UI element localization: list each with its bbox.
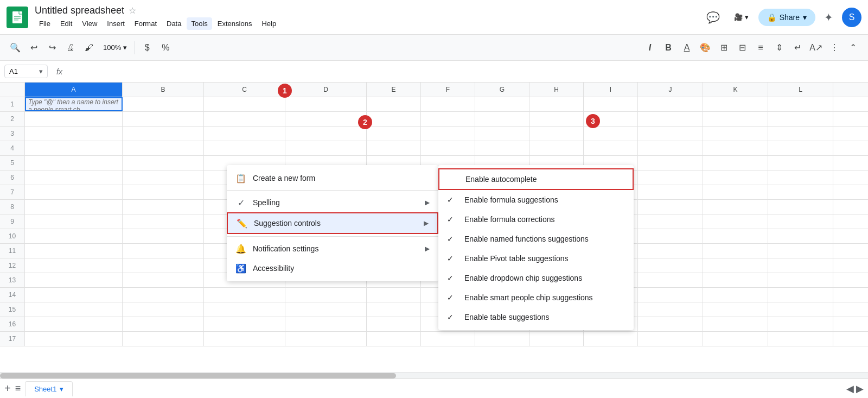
cell-ref-dropdown[interactable]: ▾	[39, 67, 43, 75]
star-icon[interactable]: ☆	[129, 5, 136, 16]
cell-h2[interactable]	[529, 112, 584, 126]
sheet1-label: Sheet1	[34, 385, 56, 393]
cell-b1[interactable]	[123, 97, 204, 111]
cell-f1[interactable]	[421, 97, 475, 111]
accessibility-option[interactable]: ♿ Accessibility	[227, 258, 438, 278]
cell-c2[interactable]	[204, 112, 285, 126]
gemini-button[interactable]: ✦	[820, 7, 838, 28]
menu-insert[interactable]: Insert	[103, 17, 129, 30]
scrollbar-thumb[interactable]	[0, 373, 396, 378]
paint-format-button[interactable]: 🖌	[80, 39, 98, 56]
cell-d2[interactable]	[285, 112, 367, 126]
cell-g1[interactable]	[475, 97, 529, 111]
menu-edit[interactable]: Edit	[56, 17, 76, 30]
enable-autocomplete-option[interactable]: ✓ Enable autocomplete	[438, 168, 634, 190]
enable-dropdown-chip-option[interactable]: ✓ Enable dropdown chip suggestions	[438, 268, 634, 288]
col-header-d[interactable]: D	[285, 83, 367, 97]
col-header-a[interactable]: A	[25, 83, 123, 97]
svg-rect-4	[14, 20, 18, 21]
borders-button[interactable]: ⊞	[715, 39, 732, 56]
horizontal-scrollbar[interactable]	[0, 372, 868, 378]
menu-tools[interactable]: Tools	[187, 17, 212, 30]
cell-a2[interactable]	[25, 112, 123, 126]
cell-a3[interactable]	[25, 127, 123, 141]
cell-k2[interactable]	[703, 112, 768, 126]
col-header-e[interactable]: E	[367, 83, 421, 97]
add-sheet-button[interactable]: +	[4, 382, 11, 395]
enable-pivot-table-option[interactable]: ✓ Enable Pivot table suggestions	[438, 249, 634, 268]
enable-smart-people-option[interactable]: ✓ Enable smart people chip suggestions	[438, 288, 634, 307]
cell-l2[interactable]	[768, 112, 833, 126]
cell-d1[interactable]	[285, 97, 367, 111]
col-header-i[interactable]: I	[584, 83, 638, 97]
cell-h1[interactable]	[529, 97, 584, 111]
col-header-l[interactable]: L	[768, 83, 833, 97]
user-avatar[interactable]: S	[842, 8, 861, 27]
collapse-button[interactable]: ⌃	[844, 39, 861, 56]
suggestion-controls-option[interactable]: ✏️ Suggestion controls ▶	[227, 212, 438, 234]
cell-b2[interactable]	[123, 112, 204, 126]
enable-table-suggestions-option[interactable]: ✓ Enable table suggestions	[438, 307, 634, 327]
menu-format[interactable]: Format	[130, 17, 161, 30]
print-button[interactable]: 🖨	[62, 39, 79, 56]
underline-button[interactable]: A	[678, 39, 695, 56]
cell-g2[interactable]	[475, 112, 529, 126]
cell-j2[interactable]	[638, 112, 703, 126]
col-header-h[interactable]: H	[529, 83, 584, 97]
doc-name-text[interactable]: Untitled spreadsheet	[35, 5, 124, 16]
search-button[interactable]: 🔍	[7, 39, 24, 56]
percent-button[interactable]: %	[157, 39, 174, 56]
col-header-f[interactable]: F	[421, 83, 475, 97]
video-button[interactable]: 🎥 ▾	[729, 10, 754, 24]
menu-file[interactable]: File	[35, 17, 55, 30]
merge-button[interactable]: ⊟	[733, 39, 751, 56]
bold-button[interactable]: I	[641, 39, 659, 56]
menu-data[interactable]: Data	[162, 17, 186, 30]
text-rotation-button[interactable]: A↗	[807, 39, 825, 56]
fill-color-button[interactable]: 🎨	[697, 39, 714, 56]
notification-settings-option[interactable]: 🔔 Notification settings ▶	[227, 239, 438, 258]
share-button[interactable]: 🔒 Share ▾	[758, 9, 815, 26]
enable-formula-corrections-option[interactable]: ✓ Enable formula corrections	[438, 210, 634, 229]
italic-button[interactable]: B	[660, 39, 677, 56]
menu-help[interactable]: Help	[257, 17, 280, 30]
sheet-tab-dropdown-icon[interactable]: ▾	[60, 385, 63, 393]
spelling-arrow-icon: ▶	[425, 199, 430, 206]
valign-button[interactable]: ⇕	[770, 39, 788, 56]
cell-l1[interactable]	[768, 97, 833, 111]
col-header-c[interactable]: C	[204, 83, 285, 97]
cell-f2[interactable]	[421, 112, 475, 126]
cell-c1[interactable]	[204, 97, 285, 111]
enable-named-functions-option[interactable]: ✓ Enable named functions suggestions	[438, 229, 634, 249]
currency-button[interactable]: $	[138, 39, 156, 56]
zoom-control[interactable]: 100% ▾	[99, 41, 131, 54]
scroll-left-icon[interactable]: ◀	[846, 383, 854, 395]
align-button[interactable]: ≡	[752, 39, 769, 56]
redo-button[interactable]: ↪	[43, 39, 61, 56]
cell-e1[interactable]	[367, 97, 421, 111]
spelling-option[interactable]: ✓ Spelling ▶	[227, 193, 438, 212]
cell-a1[interactable]: Type "@" then a name to insert a people …	[25, 97, 123, 111]
undo-button[interactable]: ↩	[25, 39, 42, 56]
create-new-form-option[interactable]: 📋 Create a new form	[227, 168, 438, 188]
formula-suggestions-label: Enable formula suggestions	[464, 195, 558, 204]
enable-formula-suggestions-option[interactable]: ✓ Enable formula suggestions	[438, 190, 634, 210]
menu-bar: File Edit View Insert Format Data Tools …	[35, 17, 280, 30]
cell-k1[interactable]	[703, 97, 768, 111]
wrap-button[interactable]: ↵	[789, 39, 806, 56]
col-header-k[interactable]: K	[703, 83, 768, 97]
sheet-tab-sheet1[interactable]: Sheet1 ▾	[25, 381, 73, 396]
col-header-b[interactable]: B	[123, 83, 204, 97]
more-button[interactable]: ⋮	[826, 39, 843, 56]
sheets-list-button[interactable]: ≡	[15, 383, 21, 394]
cell-i1[interactable]	[584, 97, 638, 111]
scroll-right-icon[interactable]: ▶	[856, 383, 864, 395]
menu-extensions[interactable]: Extensions	[213, 17, 257, 30]
comment-button[interactable]: 💬	[703, 7, 724, 28]
cell-j1[interactable]	[638, 97, 703, 111]
col-header-g[interactable]: G	[475, 83, 529, 97]
cell-e2[interactable]	[367, 112, 421, 126]
col-header-j[interactable]: J	[638, 83, 703, 97]
cell-reference[interactable]: A1 ▾	[4, 65, 48, 78]
menu-view[interactable]: View	[78, 17, 101, 30]
